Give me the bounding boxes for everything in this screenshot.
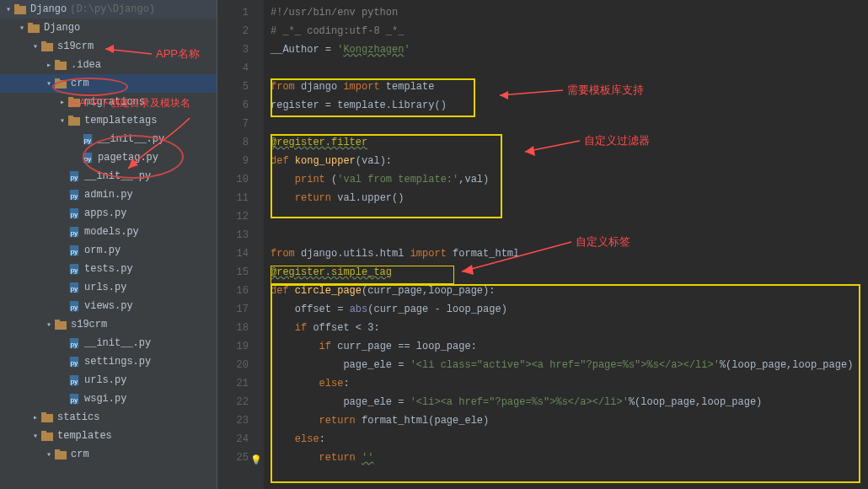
svg-text:py: py	[84, 137, 91, 144]
python-file-icon: py	[67, 281, 81, 294]
folder-s19crm[interactable]: ▾s19crm	[0, 37, 217, 56]
expand-arrow-icon[interactable]: ▾	[3, 4, 13, 14]
code-line[interactable]: return ''	[264, 449, 868, 467]
svg-text:py: py	[71, 192, 78, 200]
code-line[interactable]: # _*_ coding:utf-8 _*_	[264, 22, 868, 40]
code-line[interactable]: else:	[264, 374, 868, 393]
file-__init__-py[interactable]: py__init__.py	[0, 130, 217, 148]
folder-Django[interactable]: ▾Django(D:\py\Django)	[0, 0, 217, 19]
code-line[interactable]: @register.filter	[264, 133, 868, 152]
folder-migrations[interactable]: ▸migrations	[0, 93, 217, 111]
expand-arrow-icon[interactable]: ▸	[30, 412, 40, 422]
project-tree-panel[interactable]: ▾Django(D:\py\Django)▾Django▾s19crm▸.ide…	[0, 0, 217, 489]
tree-item-label: apps.py	[84, 207, 126, 219]
file-__init__-py[interactable]: py__init__.py	[0, 334, 217, 352]
python-file-icon: py	[67, 392, 81, 406]
expand-arrow-icon[interactable]: ▾	[44, 320, 54, 330]
intention-bulb-icon[interactable]: 💡	[250, 451, 262, 470]
code-line[interactable]: page_ele = '<li class="active"><a href="…	[264, 356, 868, 374]
expand-arrow-icon[interactable]: ▾	[17, 23, 27, 33]
expand-arrow-icon[interactable]: ▾	[30, 431, 40, 441]
line-number: 16	[217, 282, 264, 300]
code-line[interactable]: register = template.Library()	[264, 96, 868, 115]
python-file-icon: py	[67, 244, 81, 257]
expand-arrow-icon[interactable]: ▸	[44, 60, 54, 70]
file-views-py[interactable]: pyviews.py	[0, 297, 217, 315]
tree-item-label: statics	[57, 411, 99, 423]
folder-icon	[27, 23, 40, 33]
code-line[interactable]: def circle_page(curr_page,loop_page):	[264, 282, 868, 300]
line-number: 4	[217, 59, 264, 78]
svg-text:py: py	[71, 359, 78, 367]
folder-icon	[67, 97, 81, 107]
file-urls-py[interactable]: pyurls.py	[0, 278, 217, 297]
tree-item-label: __init__.py	[84, 170, 151, 182]
code-line[interactable]: if offset < 3:	[264, 319, 868, 337]
tree-item-label: settings.py	[84, 356, 151, 368]
folder-s19crm[interactable]: ▾s19crm	[0, 315, 217, 334]
svg-rect-3	[28, 23, 33, 26]
line-number: 1	[217, 3, 264, 22]
folder-templates[interactable]: ▾templates	[0, 427, 217, 445]
code-body[interactable]: 需要模板库支持 自定义过滤器 自定义标签 #!/usr/bin/env pyth…	[264, 0, 868, 489]
code-line[interactable]: @register.simple_tag	[264, 263, 868, 282]
file-models-py[interactable]: pymodels.py	[0, 223, 217, 241]
file-admin-py[interactable]: pyadmin.py	[0, 185, 217, 204]
file-tests-py[interactable]: pytests.py	[0, 260, 217, 278]
code-line[interactable]: offset = abs(curr_page - loop_page)	[264, 300, 868, 319]
line-number: 18	[217, 319, 264, 337]
python-file-icon: py	[67, 336, 81, 350]
line-number: 23	[217, 411, 264, 430]
code-line[interactable]: from django.utils.html import format_htm…	[264, 244, 868, 263]
code-line[interactable]: #!/usr/bin/env python	[264, 3, 868, 22]
file-apps-py[interactable]: pyapps.py	[0, 204, 217, 223]
code-line[interactable]	[264, 207, 868, 226]
line-number: 5	[217, 78, 264, 96]
code-line[interactable]: return val.upper()	[264, 189, 868, 207]
svg-text:py: py	[71, 341, 78, 348]
svg-text:py: py	[71, 396, 78, 404]
svg-rect-49	[55, 449, 60, 453]
file-wsgi-py[interactable]: pywsgi.py	[0, 390, 217, 408]
folder-crm[interactable]: ▾crm	[0, 445, 217, 464]
file-__init__-py[interactable]: py__init__.py	[0, 167, 217, 185]
expand-arrow-icon[interactable]: ▾	[57, 116, 67, 126]
folder-crm[interactable]: ▾crm	[0, 74, 217, 93]
file-settings-py[interactable]: pysettings.py	[0, 352, 217, 371]
file-orm-py[interactable]: pyorm.py	[0, 241, 217, 260]
code-line[interactable]: from django import template	[264, 78, 868, 96]
folder-Django[interactable]: ▾Django	[0, 19, 217, 37]
file-pagetag-py[interactable]: pypagetag.py	[0, 148, 217, 167]
project-path: (D:\py\Django)	[70, 3, 155, 15]
expand-arrow-icon[interactable]: ▸	[57, 97, 67, 107]
folder-icon	[40, 431, 54, 441]
python-file-icon: py	[67, 373, 81, 387]
tree-item-label: pagetag.py	[98, 152, 158, 164]
code-line[interactable]: return format_html(page_ele)	[264, 411, 868, 430]
expand-arrow-icon[interactable]: ▾	[44, 78, 54, 89]
svg-rect-5	[41, 41, 46, 45]
code-line[interactable]: __Author = 'Kongzhagen'	[264, 40, 868, 59]
svg-text:py: py	[71, 229, 78, 237]
code-line[interactable]	[264, 59, 868, 78]
expand-arrow-icon[interactable]: ▾	[44, 449, 54, 459]
code-line[interactable]: print ('val from template:',val)	[264, 170, 868, 189]
svg-rect-13	[68, 116, 73, 119]
file-urls-py[interactable]: pyurls.py	[0, 371, 217, 390]
folder-templatetags[interactable]: ▾templatetags	[0, 111, 217, 130]
expand-arrow-icon[interactable]: ▾	[30, 41, 40, 51]
tree-item-label: views.py	[84, 300, 133, 312]
code-line[interactable]: else:	[264, 430, 868, 449]
code-line[interactable]	[264, 226, 868, 244]
code-line[interactable]: page_ele = '<li><a href="?page=%s">%s</a…	[264, 393, 868, 411]
line-number: 2	[217, 22, 264, 40]
code-line[interactable]: if curr_page == loop_page:	[264, 337, 868, 356]
line-number: 9	[217, 152, 264, 170]
line-number: 20	[217, 356, 264, 374]
code-line[interactable]: def kong_upper(val):	[264, 152, 868, 170]
code-line[interactable]	[264, 115, 868, 133]
folder--idea[interactable]: ▸.idea	[0, 56, 217, 74]
python-file-icon: py	[67, 207, 81, 220]
python-file-icon: py	[67, 355, 81, 368]
folder-statics[interactable]: ▸statics	[0, 408, 217, 427]
